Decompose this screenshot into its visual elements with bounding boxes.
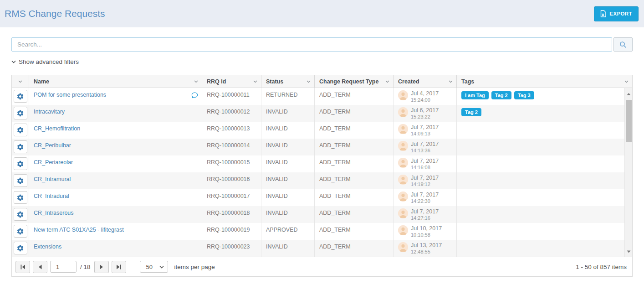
column-header-name[interactable]: Name	[29, 75, 202, 88]
created-time: 14:13:36	[411, 148, 439, 153]
created-date: Jul 13, 2017	[411, 242, 442, 249]
row-settings-button[interactable]	[14, 90, 27, 103]
chevron-down-icon[interactable]	[194, 80, 198, 83]
page-number-input[interactable]	[50, 261, 77, 273]
name-cell: CR_Intraserous	[29, 206, 202, 223]
chevron-down-icon[interactable]	[385, 80, 389, 83]
table-row[interactable]: CR_Intramural RRQ-100000016 INVALID ADD_…	[12, 172, 632, 189]
vertical-scrollbar[interactable]	[624, 88, 632, 257]
row-settings-button[interactable]	[14, 157, 27, 170]
rrq-id: RRQ-100000012	[202, 105, 261, 122]
status: APPROVED	[261, 223, 315, 240]
gear-icon	[16, 211, 24, 218]
table-row[interactable]: CR_Hemofiltration RRQ-100000013 INVALID …	[12, 122, 632, 139]
avatar-icon	[398, 124, 408, 134]
row-settings-button[interactable]	[14, 174, 27, 187]
request-name-link[interactable]: POM for some presentations	[34, 92, 106, 98]
chevron-down-icon[interactable]	[449, 80, 453, 83]
column-header-rrq-id[interactable]: RRQ Id	[202, 75, 261, 88]
avatar-icon	[398, 192, 408, 202]
tag-badge[interactable]: Tag 2	[461, 108, 481, 116]
request-name-link[interactable]: CR_Intraserous	[34, 210, 74, 216]
row-settings-button[interactable]	[14, 208, 27, 221]
row-settings-button[interactable]	[14, 242, 27, 254]
column-label: Status	[266, 78, 283, 85]
page-size-select[interactable]: 50	[140, 261, 168, 273]
rrq-id: RRQ-100000014	[202, 139, 261, 155]
row-settings-button[interactable]	[14, 140, 27, 153]
last-page-button[interactable]	[112, 261, 126, 273]
table-row[interactable]: New term ATC S01XA25 - lifitegrast RRQ-1…	[12, 223, 632, 240]
tags-cell	[457, 240, 632, 257]
table-row[interactable]: CR_Intraserous RRQ-100000018 INVALID ADD…	[12, 206, 632, 223]
created-datetime: Jul 7, 2017 14:22:30	[411, 192, 439, 204]
scroll-down-icon[interactable]	[625, 248, 632, 256]
table-row[interactable]: CR_Intradural RRQ-100000017 INVALID ADD_…	[12, 189, 632, 206]
next-page-button[interactable]	[94, 261, 109, 273]
column-header-status[interactable]: Status	[261, 75, 315, 88]
tags-cell: I am TagTag 2Tag 3	[457, 88, 632, 105]
table-row[interactable]: POM for some presentations RRQ-100000011…	[12, 88, 632, 105]
status: RETURNED	[261, 88, 315, 105]
actions-cell	[12, 223, 29, 240]
request-name-link[interactable]: Extensions	[34, 243, 61, 250]
request-name-link[interactable]: Intracavitary	[34, 109, 65, 115]
tags-cell	[457, 206, 632, 223]
rrq-id: RRQ-100000018	[202, 206, 261, 223]
request-name-link[interactable]: CR_Intramural	[34, 176, 71, 182]
request-name-link[interactable]: CR_Peribulbar	[34, 142, 71, 149]
table-row[interactable]: CR_Periareolar RRQ-100000015 INVALID ADD…	[12, 155, 632, 172]
table-row[interactable]: Intracavitary RRQ-100000012 INVALID ADD_…	[12, 105, 632, 122]
column-header-actions[interactable]	[12, 75, 29, 88]
avatar-icon	[398, 175, 408, 185]
created-cell: Jul 7, 2017 14:09:13	[394, 122, 457, 139]
actions-cell	[12, 88, 29, 105]
row-settings-button[interactable]	[14, 124, 27, 136]
status: INVALID	[261, 122, 315, 139]
avatar-icon	[398, 141, 408, 151]
row-settings-button[interactable]	[14, 107, 27, 119]
request-name-link[interactable]: New term ATC S01XA25 - lifitegrast	[34, 227, 124, 233]
first-page-button[interactable]	[15, 261, 30, 273]
comment-bubble-icon[interactable]	[191, 92, 198, 98]
tags-cell: Tag 2	[457, 105, 632, 122]
column-header-change-request-type[interactable]: Change Request Type	[315, 75, 394, 88]
rrq-id: RRQ-100000015	[202, 155, 261, 172]
chevron-down-icon[interactable]	[307, 80, 311, 83]
tag-badge[interactable]: Tag 3	[514, 91, 534, 99]
actions-cell	[12, 206, 29, 223]
row-settings-button[interactable]	[14, 225, 27, 238]
gear-icon	[16, 126, 24, 134]
created-date: Jul 7, 2017	[411, 124, 439, 131]
advanced-filters-toggle[interactable]: Show advanced filters	[11, 58, 79, 65]
change-request-type: ADD_TERM	[315, 223, 394, 240]
column-label: Tags	[461, 78, 474, 85]
table-row[interactable]: CR_Peribulbar RRQ-100000014 INVALID ADD_…	[12, 139, 632, 155]
chevron-down-icon[interactable]	[253, 80, 257, 83]
pagination-bar: / 18 50 items per page 1 - 50 of 857 ite…	[12, 257, 632, 276]
row-settings-button[interactable]	[14, 191, 27, 204]
search-button[interactable]	[613, 37, 633, 52]
previous-page-button[interactable]	[33, 261, 47, 273]
export-button[interactable]: EXPORT	[594, 6, 639, 21]
tag-badge[interactable]: I am Tag	[461, 91, 489, 99]
table-row[interactable]: Extensions RRQ-100000023 INVALID ADD_TER…	[12, 240, 632, 257]
request-name-link[interactable]: CR_Periareolar	[34, 159, 73, 166]
header-bar: RMS Change Requests EXPORT	[0, 0, 644, 27]
scroll-up-icon[interactable]	[625, 90, 632, 98]
name-cell: New term ATC S01XA25 - lifitegrast	[29, 223, 202, 240]
chevron-down-icon[interactable]	[18, 80, 22, 83]
search-input[interactable]	[11, 37, 612, 52]
request-name-link[interactable]: CR_Hemofiltration	[34, 125, 80, 132]
tag-badge[interactable]: Tag 2	[491, 91, 511, 99]
change-requests-table: Name RRQ Id Status Change Request Type C…	[11, 75, 633, 277]
status: INVALID	[261, 105, 315, 122]
column-header-tags[interactable]: Tags	[457, 75, 632, 88]
scrollbar-thumb[interactable]	[626, 100, 632, 142]
chevron-down-icon[interactable]	[624, 80, 629, 83]
column-header-created[interactable]: Created	[394, 75, 457, 88]
advanced-filters-label: Show advanced filters	[19, 58, 79, 65]
request-name-link[interactable]: CR_Intradural	[34, 193, 69, 199]
created-cell: Jul 7, 2017 14:13:36	[394, 139, 457, 155]
created-date: Jul 7, 2017	[411, 158, 439, 165]
